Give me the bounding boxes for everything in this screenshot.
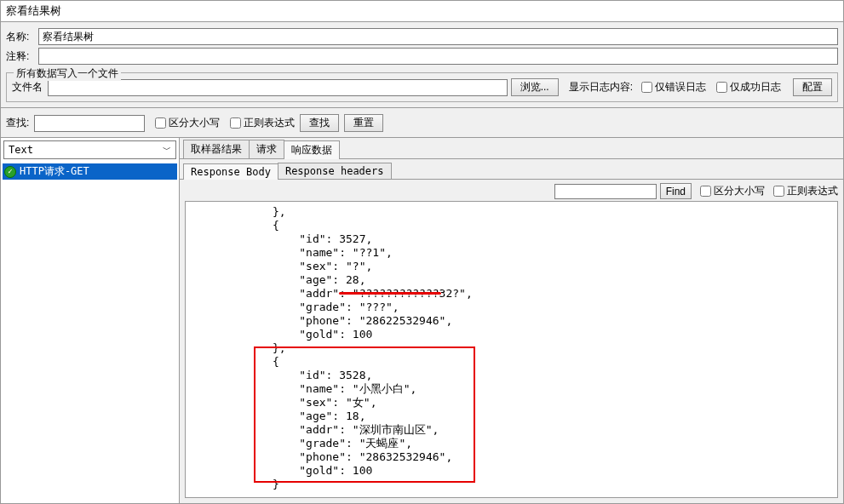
response-find-case-checkbox[interactable]: 区分大小写	[700, 184, 765, 198]
file-output-group: 所有数据写入一个文件 文件名 浏览... 显示日志内容: 仅错误日志 仅成功日志…	[6, 72, 838, 102]
browse-button[interactable]: 浏览...	[511, 78, 559, 96]
success-only-checkbox[interactable]: 仅成功日志	[716, 80, 781, 94]
search-label: 查找:	[6, 116, 29, 130]
renderer-combo-value: Text	[9, 144, 33, 156]
response-find-input[interactable]	[554, 184, 657, 199]
chevron-down-icon: ﹀	[163, 144, 171, 156]
search-row: 查找: 区分大小写 正则表达式 查找 重置	[1, 112, 843, 138]
result-tabs: 取样器结果 请求 响应数据	[180, 138, 843, 159]
search-regex-checkbox[interactable]: 正则表达式	[230, 116, 295, 130]
filename-label: 文件名	[12, 80, 43, 94]
right-pane: 取样器结果 请求 响应数据 Response Body Response hea…	[180, 138, 843, 503]
search-input[interactable]	[34, 115, 145, 132]
log-display-label: 显示日志内容:	[569, 80, 633, 94]
name-label: 名称:	[6, 30, 35, 44]
comment-label: 注释:	[6, 49, 35, 64]
left-pane: Text ﹀ ✓ HTTP请求-GET	[1, 138, 180, 503]
file-output-legend: 所有数据写入一个文件	[14, 66, 121, 81]
name-input[interactable]	[38, 28, 838, 45]
response-area[interactable]: }, { "id": 3527, "name": "??1", "sex": "…	[185, 201, 838, 498]
main-split: Text ﹀ ✓ HTTP请求-GET 取样器结果 请求 响应数据 Respon…	[1, 138, 843, 503]
response-find-regex-checkbox[interactable]: 正则表达式	[773, 184, 838, 198]
response-find-button[interactable]: Find	[660, 183, 692, 199]
success-icon: ✓	[4, 166, 16, 178]
tree-node-http-get[interactable]: ✓ HTTP请求-GET	[3, 163, 177, 180]
view-results-tree-panel: 察看结果树 名称: 注释: 所有数据写入一个文件 文件名 浏览... 显示日志内…	[0, 0, 844, 504]
tab-response-headers[interactable]: Response headers	[278, 163, 392, 179]
comment-input[interactable]	[38, 48, 838, 65]
renderer-combo[interactable]: Text ﹀	[3, 140, 176, 159]
error-only-checkbox[interactable]: 仅错误日志	[641, 80, 706, 94]
tab-sampler-result[interactable]: 取样器结果	[183, 140, 250, 158]
panel-title: 察看结果树	[1, 1, 843, 22]
tab-response-data[interactable]: 响应数据	[284, 140, 340, 159]
tab-request[interactable]: 请求	[249, 140, 284, 158]
tab-response-body[interactable]: Response Body	[183, 163, 278, 180]
search-case-checkbox[interactable]: 区分大小写	[155, 116, 220, 130]
result-tree[interactable]: ✓ HTTP请求-GET	[1, 162, 179, 503]
search-reset-button[interactable]: 重置	[344, 114, 383, 132]
header-form: 名称: 注释:	[1, 22, 843, 71]
search-find-button[interactable]: 查找	[300, 114, 339, 132]
response-subtabs: Response Body Response headers	[180, 159, 843, 180]
tree-node-label: HTTP请求-GET	[20, 164, 89, 179]
response-body-text[interactable]: }, { "id": 3527, "name": "??1", "sex": "…	[186, 202, 837, 495]
configure-button[interactable]: 配置	[793, 78, 832, 96]
filename-input[interactable]	[48, 79, 508, 96]
response-find-row: Find 区分大小写 正则表达式	[180, 180, 843, 201]
